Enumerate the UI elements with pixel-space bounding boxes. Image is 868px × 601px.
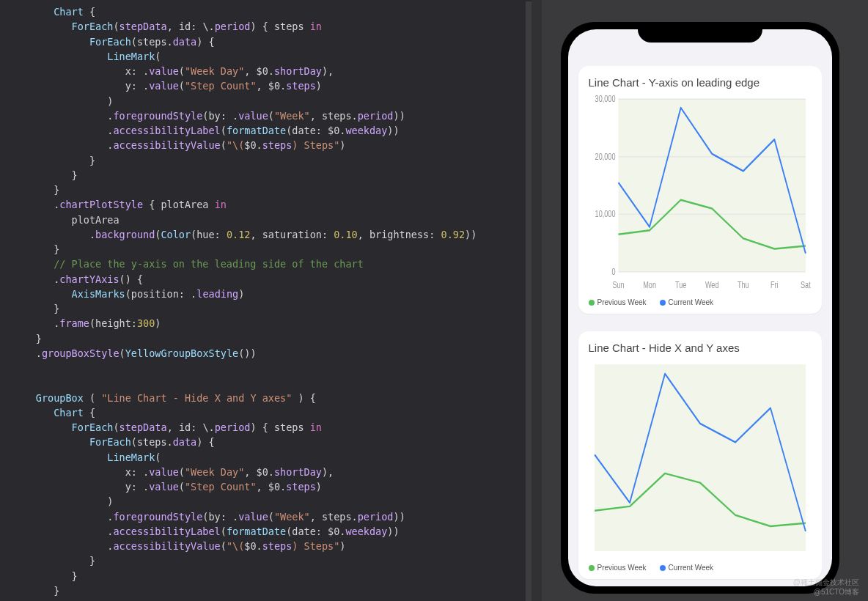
legend-curr-label: Current Week [669,564,714,572]
svg-rect-0 [618,99,805,272]
legend-prev-label: Previous Week [597,298,647,306]
phone-frame: Line Chart - Y-axis on leading edge 010,… [561,22,839,594]
legend-prev-label: Previous Week [597,564,647,572]
watermark-line-2: @51CTO博客 [793,587,859,597]
svg-text:Fri: Fri [770,279,779,290]
chart-title-2: Line Chart - Hide X and Y axes [589,342,812,354]
svg-text:0: 0 [611,267,615,277]
svg-rect-16 [595,364,806,551]
chart-card-1: Line Chart - Y-axis on leading edge 010,… [578,66,822,314]
chart-legend-2: Previous Week Current Week [589,564,812,572]
phone-screen: Line Chart - Y-axis on leading edge 010,… [568,29,832,586]
line-chart-2 [589,358,812,559]
svg-text:Tue: Tue [674,279,685,290]
chart-card-2: Line Chart - Hide X and Y axes Previous … [578,331,822,579]
watermark-line-1: @稀土掘金技术社区 [793,578,859,587]
line-chart-1: 010,00020,00030,000SunMonTueWedThuFriSat [589,93,812,294]
svg-text:Thu: Thu [737,279,749,290]
swatch-prev-icon [589,300,595,306]
chart-title-1: Line Chart - Y-axis on leading edge [589,76,812,89]
chart-legend-1: Previous Week Current Week [589,298,812,306]
svg-text:Sat: Sat [801,279,811,290]
swatch-curr-icon [660,300,666,306]
svg-text:Sun: Sun [612,279,624,290]
code-content[interactable]: Chart { ForEach(stepData, id: \.period) … [0,4,532,601]
svg-text:Mon: Mon [643,279,656,290]
swatch-prev-icon [589,565,595,571]
code-editor-pane[interactable]: Chart { ForEach(stepData, id: \.period) … [0,0,532,601]
svg-text:30,000: 30,000 [595,94,615,104]
watermark: @稀土掘金技术社区 @51CTO博客 [793,578,859,597]
swatch-curr-icon [660,565,666,571]
svg-text:20,000: 20,000 [595,152,615,162]
svg-text:10,000: 10,000 [595,209,615,219]
phone-notch [638,22,762,43]
svg-text:Wed: Wed [705,279,718,290]
legend-curr-label: Current Week [669,298,714,306]
preview-canvas: Line Chart - Y-axis on leading edge 010,… [532,0,868,601]
